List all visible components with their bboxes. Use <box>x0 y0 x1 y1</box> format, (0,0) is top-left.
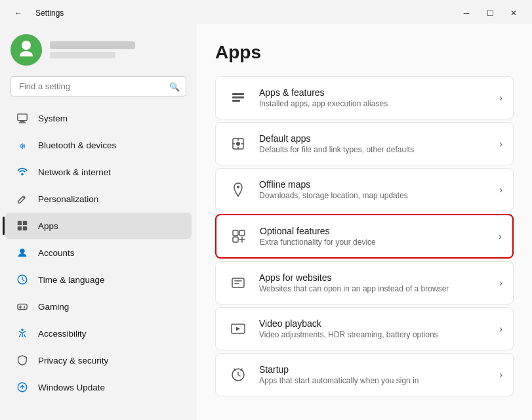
app-container: 🔍 System ⎈ Bluetooth & devices Network &… <box>0 24 532 420</box>
settings-item-video-playback[interactable]: Video playback Video adjustments, HDR st… <box>215 307 514 350</box>
profile-email <box>50 52 115 58</box>
sidebar-label-bluetooth: Bluetooth & devices <box>38 140 116 150</box>
optional-features-chevron: › <box>499 231 502 242</box>
page-title: Apps <box>215 42 514 63</box>
accounts-icon <box>16 246 29 259</box>
svg-rect-21 <box>233 230 238 236</box>
default-apps-chevron: › <box>499 138 502 149</box>
optional-features-text: Optional features Extra functionality fo… <box>260 226 493 247</box>
sidebar-item-system[interactable]: System <box>5 105 192 131</box>
svg-rect-7 <box>23 226 27 230</box>
sidebar-item-time[interactable]: Time & language <box>5 266 192 293</box>
sidebar: 🔍 System ⎈ Bluetooth & devices Network &… <box>0 24 197 420</box>
title-bar-left: ← Settings <box>8 5 64 21</box>
system-icon <box>16 112 29 125</box>
sidebar-label-network: Network & internet <box>38 167 111 177</box>
minimize-button[interactable]: ─ <box>456 5 477 21</box>
sidebar-nav: System ⎈ Bluetooth & devices Network & i… <box>0 102 197 420</box>
apps-websites-chevron: › <box>499 278 502 288</box>
svg-point-12 <box>24 307 25 308</box>
apps-websites-icon <box>226 271 250 295</box>
default-apps-text: Default apps Defaults for file and link … <box>259 133 494 154</box>
settings-item-default-apps[interactable]: Default apps Defaults for file and link … <box>215 122 514 165</box>
svg-rect-24 <box>232 278 244 287</box>
apps-features-desc: Installed apps, app execution aliases <box>259 99 494 108</box>
settings-item-offline-maps[interactable]: Offline maps Downloads, storage location… <box>215 168 514 211</box>
startup-icon <box>226 363 250 387</box>
apps-websites-text: Apps for websites Websites that can open… <box>259 272 494 293</box>
sidebar-item-windows-update[interactable]: Windows Update <box>5 374 192 400</box>
optional-features-icon <box>227 224 251 248</box>
title-bar: ← Settings ─ ☐ ✕ <box>0 0 532 24</box>
sidebar-item-apps[interactable]: Apps <box>5 213 192 239</box>
startup-text: Startup Apps that start automatically wh… <box>259 364 494 385</box>
svg-rect-17 <box>232 100 240 102</box>
offline-maps-chevron: › <box>499 184 502 195</box>
settings-item-startup[interactable]: Startup Apps that start automatically wh… <box>215 353 514 396</box>
bluetooth-icon: ⎈ <box>16 138 29 152</box>
sidebar-item-personalization[interactable]: Personalization <box>5 186 192 212</box>
profile-name <box>50 41 135 49</box>
sidebar-label-accounts: Accounts <box>38 248 75 258</box>
offline-maps-title: Offline maps <box>259 179 494 190</box>
network-icon <box>16 165 29 178</box>
sidebar-item-network[interactable]: Network & internet <box>5 159 192 185</box>
apps-features-chevron: › <box>499 93 502 103</box>
gaming-icon <box>16 300 29 313</box>
sidebar-profile <box>0 24 197 74</box>
svg-point-20 <box>237 186 239 188</box>
svg-rect-6 <box>18 226 22 230</box>
svg-rect-10 <box>18 304 27 309</box>
sidebar-item-gaming[interactable]: Gaming <box>5 293 192 320</box>
offline-maps-desc: Downloads, storage location, map updates <box>259 191 494 200</box>
privacy-icon <box>16 354 29 367</box>
maximize-button[interactable]: ☐ <box>480 5 501 21</box>
sidebar-label-gaming: Gaming <box>38 302 69 312</box>
sidebar-item-bluetooth[interactable]: ⎈ Bluetooth & devices <box>5 132 192 158</box>
sidebar-item-accounts[interactable]: Accounts <box>5 240 192 266</box>
sidebar-item-accessibility[interactable]: Accessibility <box>5 320 192 346</box>
svg-point-8 <box>20 249 24 253</box>
sidebar-label-windows-update: Windows Update <box>38 383 105 392</box>
back-button[interactable]: ← <box>8 5 29 21</box>
apps-websites-desc: Websites that can open in an app instead… <box>259 284 494 293</box>
video-playback-desc: Video adjustments, HDR streaming, batter… <box>259 330 494 339</box>
apps-websites-title: Apps for websites <box>259 272 494 283</box>
sidebar-label-apps: Apps <box>38 221 58 231</box>
apps-features-icon <box>226 86 250 110</box>
video-playback-icon <box>226 317 250 341</box>
startup-title: Startup <box>259 364 494 375</box>
video-playback-title: Video playback <box>259 318 494 329</box>
main-content: Apps Apps & features Installed apps, app… <box>197 24 532 420</box>
svg-rect-16 <box>232 96 244 98</box>
time-icon <box>16 273 29 286</box>
svg-rect-2 <box>19 122 26 123</box>
video-playback-chevron: › <box>499 324 502 334</box>
default-apps-title: Default apps <box>259 133 494 144</box>
profile-info <box>50 41 135 58</box>
svg-rect-1 <box>20 121 24 123</box>
svg-point-11 <box>24 306 25 307</box>
settings-item-apps-features[interactable]: Apps & features Installed apps, app exec… <box>215 76 514 119</box>
windows-update-icon <box>16 381 29 394</box>
close-button[interactable]: ✕ <box>503 5 524 21</box>
settings-list: Apps & features Installed apps, app exec… <box>215 76 514 396</box>
svg-point-13 <box>21 329 24 331</box>
settings-item-apps-websites[interactable]: Apps for websites Websites that can open… <box>215 261 514 304</box>
default-apps-desc: Defaults for file and link types, other … <box>259 145 494 154</box>
settings-item-optional-features[interactable]: Optional features Extra functionality fo… <box>215 214 514 259</box>
apps-icon <box>16 219 29 232</box>
svg-rect-0 <box>18 114 27 121</box>
sidebar-label-privacy: Privacy & security <box>38 356 108 366</box>
svg-rect-4 <box>18 221 22 225</box>
sidebar-label-system: System <box>38 114 68 123</box>
default-apps-icon <box>226 132 250 156</box>
search-input[interactable] <box>10 76 186 96</box>
optional-features-desc: Extra functionality for your device <box>260 238 493 247</box>
svg-rect-5 <box>23 221 27 225</box>
sidebar-item-privacy[interactable]: Privacy & security <box>5 347 192 373</box>
offline-maps-icon <box>226 178 250 201</box>
sidebar-label-time: Time & language <box>38 275 105 285</box>
svg-point-19 <box>236 142 240 146</box>
apps-features-title: Apps & features <box>259 87 494 98</box>
